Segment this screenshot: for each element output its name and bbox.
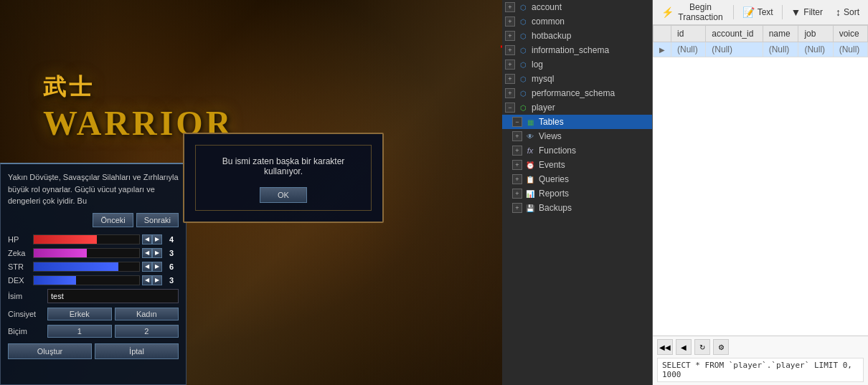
gender-options: Erkek Kadın bbox=[47, 308, 179, 320]
gender-female-btn[interactable]: Kadın bbox=[115, 308, 179, 320]
expand-mysql[interactable]: + bbox=[505, 74, 515, 84]
hp-stat-row: HP ◀ ▶ 4 bbox=[8, 234, 179, 244]
chinese-character: 武士 bbox=[43, 72, 233, 103]
hp-increase-btn[interactable]: ▶ bbox=[152, 234, 162, 244]
expand-player[interactable]: − bbox=[505, 103, 515, 113]
db-tables[interactable]: − ▦ Tables bbox=[502, 115, 652, 129]
cancel-button[interactable]: İptal bbox=[95, 343, 179, 359]
next-button[interactable]: Sonraki bbox=[136, 213, 179, 227]
dex-increase-btn[interactable]: ▶ bbox=[152, 275, 162, 285]
sort-icon: ↕ bbox=[836, 6, 841, 18]
sql-query-display: SELECT * FROM `player`.`player` LIMIT 0,… bbox=[657, 358, 864, 382]
expand-events[interactable]: + bbox=[512, 160, 522, 170]
expand-views[interactable]: + bbox=[512, 131, 522, 141]
db-queries[interactable]: + 📋 Queries bbox=[502, 172, 652, 186]
db-information-schema[interactable]: + ⬡ information_schema bbox=[502, 43, 652, 57]
str-label: STR bbox=[8, 262, 33, 271]
str-value: 6 bbox=[164, 262, 179, 271]
db-icon-reports: 📊 bbox=[524, 188, 536, 199]
zeka-value: 3 bbox=[164, 249, 179, 257]
expand-tables[interactable]: − bbox=[512, 117, 522, 127]
character-creation-panel: Yakın Dövüşte, Savaşçılar Silahları ve Z… bbox=[0, 163, 187, 385]
db-backups[interactable]: + 💾 Backups bbox=[502, 201, 652, 215]
hp-value: 4 bbox=[164, 235, 179, 244]
db-icon-performance-schema: ⬡ bbox=[517, 87, 529, 99]
shape-row: Biçim 1 2 bbox=[8, 325, 179, 338]
table-row[interactable]: ▶ (Null) (Null) (Null) (Null) (Null) bbox=[654, 42, 868, 57]
expand-common[interactable]: + bbox=[505, 16, 515, 27]
db-performance-schema[interactable]: + ⬡ performance_schema bbox=[502, 86, 652, 100]
zeka-increase-btn[interactable]: ▶ bbox=[152, 248, 162, 258]
db-label-information-schema: information_schema bbox=[532, 45, 609, 55]
db-label-events: Events bbox=[539, 160, 565, 170]
text-button[interactable]: 📝 Text bbox=[738, 5, 778, 19]
expand-functions[interactable]: + bbox=[512, 146, 522, 156]
bottom-buttons-row: Oluştur İptal bbox=[8, 343, 179, 359]
nav-first-btn[interactable]: ◀◀ bbox=[657, 339, 673, 355]
expand-hotbackup[interactable]: + bbox=[505, 31, 515, 41]
cell-name: (Null) bbox=[763, 42, 798, 57]
expand-reports[interactable]: + bbox=[512, 189, 522, 199]
db-icon-events: ⏰ bbox=[524, 159, 536, 171]
expand-performance-schema[interactable]: + bbox=[505, 88, 515, 98]
character-description: Yakın Dövüşte, Savaşçılar Silahları ve Z… bbox=[8, 171, 179, 207]
zeka-decrease-btn[interactable]: ◀ bbox=[142, 248, 152, 258]
col-account-id[interactable]: account_id bbox=[706, 26, 763, 42]
db-label-performance-schema: performance_schema bbox=[532, 88, 615, 98]
col-job[interactable]: job bbox=[798, 26, 833, 42]
db-icon-player: ⬡ bbox=[517, 102, 529, 113]
filter-button[interactable]: ▼ Filter bbox=[786, 5, 827, 19]
str-arrows: ◀ ▶ bbox=[142, 262, 162, 272]
right-data-panel: ⚡ Begin Transaction 📝 Text ▼ Filter ↕ So… bbox=[653, 0, 868, 385]
dex-bar-container bbox=[33, 275, 140, 285]
nav-prev-btn[interactable]: ◀ bbox=[676, 339, 692, 355]
error-ok-button[interactable]: OK bbox=[260, 187, 307, 203]
str-stat-row: STR ◀ ▶ 6 bbox=[8, 262, 179, 272]
name-input[interactable] bbox=[47, 289, 179, 303]
db-common[interactable]: + ⬡ common bbox=[502, 14, 652, 29]
db-events[interactable]: + ⏰ Events bbox=[502, 158, 652, 172]
gender-male-btn[interactable]: Erkek bbox=[47, 308, 112, 320]
nav-settings-btn[interactable]: ⚙ bbox=[713, 339, 729, 355]
db-functions[interactable]: + fx Functions bbox=[502, 143, 652, 158]
db-icon-functions: fx bbox=[524, 145, 536, 156]
row-indicator: ▶ bbox=[654, 42, 671, 57]
shape-1-btn[interactable]: 1 bbox=[47, 325, 112, 338]
shape-options: 1 2 bbox=[47, 325, 179, 338]
expand-account[interactable]: + bbox=[505, 2, 515, 12]
expand-information-schema[interactable]: + bbox=[505, 45, 515, 55]
prev-button[interactable]: Önceki bbox=[93, 213, 133, 227]
db-log[interactable]: + ⬡ log bbox=[502, 57, 652, 72]
dex-decrease-btn[interactable]: ◀ bbox=[142, 275, 152, 285]
grid-table: id account_id name job voice ▶ (Null) (N… bbox=[653, 25, 868, 57]
shape-2-btn[interactable]: 2 bbox=[115, 325, 179, 338]
db-account[interactable]: + ⬡ account bbox=[502, 0, 652, 14]
separator-1 bbox=[733, 5, 734, 19]
cell-account-id: (Null) bbox=[706, 42, 763, 57]
col-id[interactable]: id bbox=[671, 26, 706, 42]
col-name[interactable]: name bbox=[763, 26, 798, 42]
db-views[interactable]: + 👁 Views bbox=[502, 129, 652, 143]
nav-refresh-btn[interactable]: ↻ bbox=[694, 339, 710, 355]
zeka-label: Zeka bbox=[8, 249, 33, 257]
expand-backups[interactable]: + bbox=[512, 203, 522, 213]
data-grid: id account_id name job voice ▶ (Null) (N… bbox=[653, 25, 868, 336]
db-mysql[interactable]: + ⬡ mysql bbox=[502, 72, 652, 86]
col-voice[interactable]: voice bbox=[833, 26, 867, 42]
begin-transaction-button[interactable]: ⚡ Begin Transaction bbox=[657, 1, 729, 24]
hp-decrease-btn[interactable]: ◀ bbox=[142, 234, 152, 244]
nav-controls: ◀◀ ◀ ↻ ⚙ bbox=[657, 339, 864, 355]
db-hotbackup[interactable]: + ⬡ hotbackup bbox=[502, 29, 652, 43]
expand-log[interactable]: + bbox=[505, 60, 515, 70]
db-label-reports: Reports bbox=[539, 189, 569, 199]
str-increase-btn[interactable]: ▶ bbox=[152, 262, 162, 272]
expand-queries[interactable]: + bbox=[512, 174, 522, 184]
db-reports[interactable]: + 📊 Reports bbox=[502, 186, 652, 201]
db-label-log: log bbox=[532, 60, 543, 70]
col-indicator bbox=[654, 26, 671, 42]
sort-button[interactable]: ↕ Sort bbox=[831, 5, 864, 19]
create-button[interactable]: Oluştur bbox=[8, 343, 92, 359]
str-decrease-btn[interactable]: ◀ bbox=[142, 262, 152, 272]
db-player[interactable]: − ⬡ player bbox=[502, 100, 652, 115]
grid-header-row: id account_id name job voice bbox=[654, 26, 868, 42]
